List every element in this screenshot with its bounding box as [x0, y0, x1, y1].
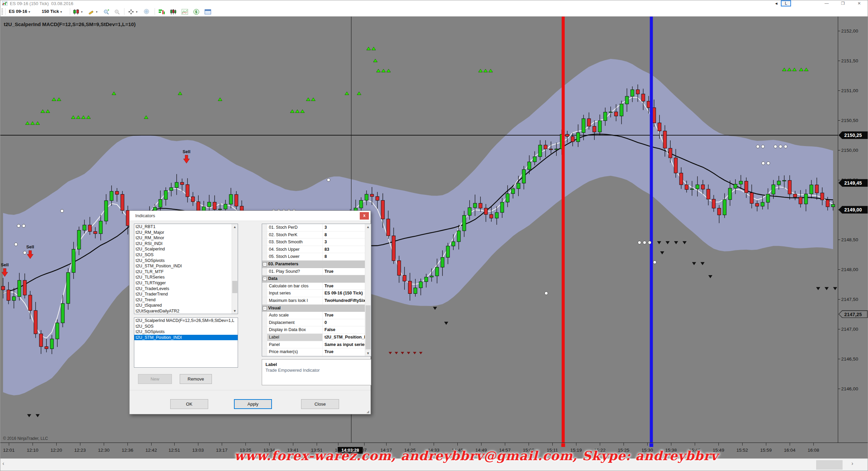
dialog-close-button[interactable]: x: [360, 212, 369, 220]
candle-body[interactable]: [804, 194, 808, 204]
account-button[interactable]: $: [193, 8, 200, 15]
indicator-properties-grid[interactable]: 01. Stoch PerD302. Stoch PerK803. Stoch …: [262, 224, 371, 356]
candle-body[interactable]: [446, 246, 450, 258]
property-value[interactable]: TwoHundredFiftySix: [323, 297, 371, 304]
candle-body[interactable]: [457, 231, 460, 242]
candle-body[interactable]: [170, 188, 173, 191]
candle-body[interactable]: [544, 145, 547, 149]
candle-body[interactable]: [72, 249, 75, 272]
candle-body[interactable]: [473, 203, 477, 208]
available-indicator-item[interactable]: t2UtSquaredDailyATR2: [134, 308, 238, 314]
scroll-left-icon[interactable]: ‹: [2, 460, 4, 467]
property-value[interactable]: 8: [323, 231, 371, 239]
candle-body[interactable]: [734, 184, 737, 188]
applied-indicator-item[interactable]: t2U_ScalperInd MACD(F=12,S=26,SM=9,StDev…: [134, 318, 238, 324]
candle-body[interactable]: [208, 202, 211, 207]
candle-body[interactable]: [609, 112, 612, 112]
applied-indicator-item[interactable]: t2U_STM_Position_INDI: [134, 335, 238, 341]
property-row[interactable]: 03. Stoch Smooth3: [262, 239, 371, 246]
candle-body[interactable]: [625, 96, 629, 104]
available-indicators-list[interactable]: t2U_RBT1t2U_RM_Majort2U_RM_Minort2U_RSI_…: [134, 224, 238, 314]
candle-body[interactable]: [66, 272, 70, 304]
property-row[interactable]: Price marker(s)True: [262, 348, 371, 356]
ok-button[interactable]: OK: [170, 399, 208, 409]
toolbar-grip[interactable]: [1, 8, 3, 15]
property-value[interactable]: True: [323, 312, 371, 319]
candle-body[interactable]: [669, 148, 672, 158]
candle-body[interactable]: [642, 94, 645, 101]
candle-body[interactable]: [549, 149, 553, 150]
candle-body[interactable]: [164, 190, 167, 199]
candle-body[interactable]: [218, 209, 222, 210]
candle-body[interactable]: [180, 182, 184, 185]
candle-body[interactable]: [392, 236, 395, 261]
available-indicator-item[interactable]: t2U_tSquared: [134, 303, 238, 308]
property-row[interactable]: PanelSame as input series: [262, 341, 371, 349]
candle-body[interactable]: [755, 203, 759, 206]
property-row[interactable]: 04. Stoch Upper83: [262, 246, 371, 253]
candle-body[interactable]: [490, 214, 493, 218]
crosshair-button[interactable]: ▾: [128, 8, 138, 15]
dialog-title-bar[interactable]: Indicators x: [130, 211, 371, 221]
property-value[interactable]: True: [323, 268, 371, 275]
candle-body[interactable]: [414, 288, 417, 293]
candle-body[interactable]: [576, 132, 580, 142]
candle-body[interactable]: [235, 194, 238, 206]
available-indicator-item[interactable]: t2U_TLRTrigger: [134, 280, 238, 286]
blue-event-line[interactable]: [650, 17, 653, 443]
red-event-line[interactable]: [562, 17, 565, 443]
property-value[interactable]: Same as input series: [323, 341, 371, 348]
data-box-button[interactable]: [143, 8, 151, 15]
candle-body[interactable]: [387, 219, 390, 236]
candle-body[interactable]: [517, 183, 520, 189]
property-row[interactable]: 01. Play Sound?True: [262, 268, 371, 275]
candle-body[interactable]: [408, 281, 412, 294]
candle-body[interactable]: [723, 200, 726, 215]
collapse-icon[interactable]: −: [263, 262, 267, 266]
scroll-right-icon[interactable]: ›: [851, 460, 853, 467]
zoom-out-button[interactable]: [114, 8, 121, 15]
available-indicator-item[interactable]: t2U_TLRSeries: [134, 274, 238, 280]
interval-dropdown[interactable]: 150 Tick▾: [42, 8, 62, 15]
available-indicator-item[interactable]: t2U_TLR_MTF: [134, 269, 238, 275]
property-section-row[interactable]: −Visual: [262, 305, 371, 312]
candle-body[interactable]: [788, 180, 791, 194]
candle-body[interactable]: [45, 347, 48, 349]
price-axis[interactable]: 2152,002151,502151,002150,502150,002149,…: [838, 17, 868, 443]
property-row[interactable]: Display in Data BoxFalse: [262, 326, 371, 334]
line-chart-button[interactable]: [181, 8, 188, 15]
candle-body[interactable]: [799, 197, 802, 204]
candle-body[interactable]: [213, 202, 216, 210]
available-indicator-item[interactable]: t2U_SOS: [134, 252, 238, 258]
property-row[interactable]: 01. Stoch PerD3: [262, 224, 371, 231]
chart-plot-area[interactable]: SellSellSell: [0, 17, 838, 443]
candle-body[interactable]: [359, 200, 363, 208]
property-value[interactable]: 3: [323, 239, 371, 246]
chart-style-button[interactable]: ▾: [73, 8, 83, 15]
candle-body[interactable]: [728, 188, 732, 200]
candle-body[interactable]: [115, 191, 119, 194]
property-row[interactable]: 02. Stoch PerK8: [262, 231, 371, 239]
property-row[interactable]: Scale justificationRight: [262, 356, 371, 356]
market-analyzer-button[interactable]: [158, 8, 165, 15]
property-value[interactable]: True: [323, 283, 371, 290]
property-row[interactable]: Input seriesES 09-16 (150 Tick): [262, 290, 371, 297]
scrollbar-thumb[interactable]: [366, 305, 371, 349]
available-indicator-item[interactable]: t2U_ScalperInd: [134, 246, 238, 252]
candle-body[interactable]: [403, 275, 406, 281]
candle-body[interactable]: [522, 169, 526, 183]
candle-body[interactable]: [772, 185, 775, 194]
candle-body[interactable]: [56, 323, 59, 339]
candle-body[interactable]: [690, 189, 694, 189]
available-indicator-item[interactable]: t2U_RM_Minor: [134, 235, 238, 241]
candle-body[interactable]: [23, 280, 26, 295]
list-scrollbar[interactable]: ▲▼: [232, 224, 238, 314]
close-window-button[interactable]: ✕: [851, 0, 867, 7]
candle-body[interactable]: [159, 199, 162, 207]
candle-body[interactable]: [555, 149, 558, 150]
candle-body[interactable]: [793, 194, 797, 197]
link-button[interactable]: L: [781, 0, 791, 6]
candle-body[interactable]: [571, 137, 574, 142]
candle-body[interactable]: [831, 204, 835, 207]
close-button[interactable]: Close: [301, 399, 339, 409]
